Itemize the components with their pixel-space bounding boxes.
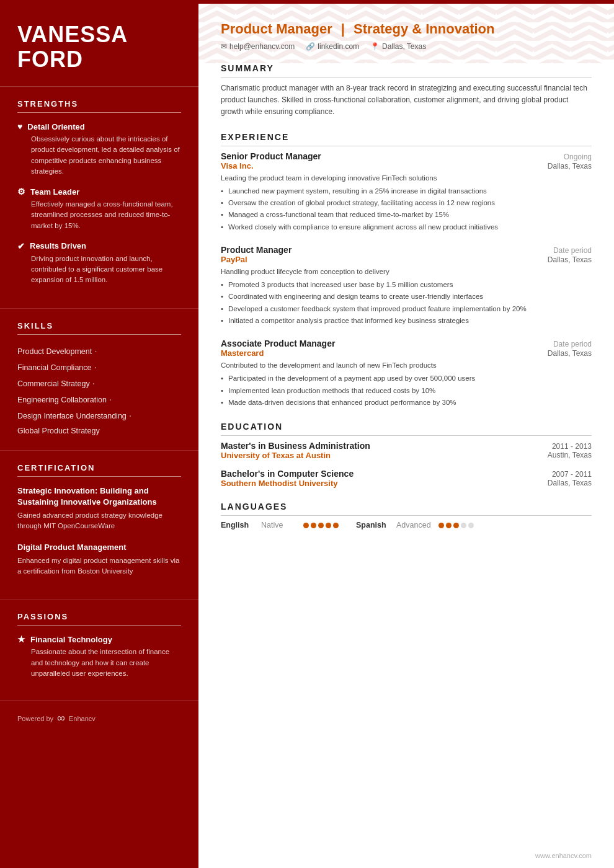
- skill-item: Financial Compliance ·: [17, 360, 181, 376]
- lang-level-english: Native: [261, 521, 297, 529]
- lang-name-english: English: [221, 521, 255, 529]
- summary-text: Charismatic product manager with an 8-ye…: [221, 82, 592, 118]
- exp-company-1: Visa Inc.: [221, 161, 254, 170]
- check-icon: ✔: [17, 241, 25, 251]
- exp-date-2: Date period: [553, 246, 592, 255]
- exp-bullet: Launched new payment system, resulting i…: [221, 186, 592, 197]
- certification-section: CERTIFICATION Strategic Innovation: Buil…: [0, 451, 198, 600]
- skill-dot: ·: [92, 378, 95, 389]
- skill-item: Commercial Strategy ·: [17, 376, 181, 392]
- email-icon: ✉: [221, 42, 227, 51]
- skill-dot: ·: [94, 346, 97, 357]
- sidebar-footer: Powered by ∞ Enhancv: [0, 701, 198, 736]
- team-icon: ⚙: [17, 187, 25, 197]
- passion-title-1: Financial Technology: [30, 635, 112, 644]
- exp-location-3: Dallas, Texas: [548, 349, 592, 358]
- exp-bullet: Oversaw the creation of global product s…: [221, 198, 592, 208]
- exp-title-1: Senior Product Manager: [221, 151, 321, 161]
- exp-bullet: Participated in the development of a pay…: [221, 373, 592, 384]
- dot: [333, 523, 339, 528]
- contact-row: ✉ help@enhancv.com 🔗 linkedin.com 📍 Dall…: [221, 42, 592, 51]
- exp-entry-3: Associate Product Manager Date period Ma…: [221, 339, 592, 408]
- exp-desc-3: Contributed to the development and launc…: [221, 360, 592, 371]
- cert-title-2: Digital Product Management: [17, 542, 181, 553]
- lang-level-spanish: Advanced: [396, 521, 432, 529]
- edu-degree-1: Master's in Business Administration: [221, 441, 370, 451]
- dot: [326, 523, 331, 528]
- strength-desc-2: Effectively managed a cross-functional t…: [17, 199, 181, 231]
- edu-entry-2: Bachelor's in Computer Science 2007 - 20…: [221, 469, 592, 488]
- edu-school-1: University of Texas at Austin: [221, 451, 331, 460]
- strength-title-3: Results Driven: [30, 241, 86, 250]
- exp-entry-2: Product Manager Date period PayPal Dalla…: [221, 245, 592, 326]
- main-footer: www.enhancv.com: [535, 852, 592, 859]
- email-contact: ✉ help@enhancv.com: [221, 42, 295, 51]
- lang-item-english: English Native: [221, 521, 339, 529]
- exp-bullets-2: Promoted 3 products that increased user …: [221, 280, 592, 326]
- powered-by-label: Powered by: [17, 715, 53, 722]
- summary-section-title: SUMMARY: [221, 63, 592, 78]
- languages-section-title: LANGUAGES: [221, 502, 592, 516]
- dot: [453, 523, 459, 528]
- skills-section: SKILLS Product Development · Financial C…: [0, 309, 198, 451]
- exp-date-1: Ongoing: [564, 153, 592, 161]
- exp-bullets-3: Participated in the development of a pay…: [221, 373, 592, 408]
- dot: [318, 523, 324, 528]
- main-title: Product Manager | Strategy & Innovation: [221, 21, 592, 37]
- dot: [446, 523, 452, 528]
- edu-years-2: 2007 - 2011: [552, 470, 592, 479]
- exp-desc-1: Leading the product team in developing i…: [221, 173, 592, 184]
- skill-item: Product Development ·: [17, 343, 181, 360]
- exp-title-2: Product Manager: [221, 245, 291, 255]
- main-body: SUMMARY Charismatic product manager with…: [198, 63, 614, 562]
- main-content-area: Product Manager | Strategy & Innovation …: [198, 0, 614, 868]
- dot: [461, 523, 466, 528]
- education-section-title: EDUCATION: [221, 422, 592, 436]
- footer-website: www.enhancv.com: [535, 852, 592, 859]
- name-line1: VANESSA FORD: [17, 22, 181, 71]
- exp-bullet: Developed a customer feedback system tha…: [221, 304, 592, 314]
- exp-bullet: Coordinated with engineering and design …: [221, 291, 592, 302]
- passions-title: PASSIONS: [17, 612, 181, 626]
- edu-years-1: 2011 - 2013: [552, 442, 592, 451]
- edu-degree-2: Bachelor's in Computer Science: [221, 469, 354, 479]
- exp-company-2: PayPal: [221, 255, 247, 264]
- linkedin-contact: 🔗 linkedin.com: [306, 42, 359, 51]
- exp-bullet: Worked closely with compliance to ensure…: [221, 222, 592, 232]
- passions-section: PASSIONS ★ Financial Technology Passiona…: [0, 600, 198, 701]
- title-separator: |: [341, 21, 345, 37]
- main-header: Product Manager | Strategy & Innovation …: [198, 4, 614, 63]
- cert-title-1: Strategic Innovation: Building and Susta…: [17, 485, 181, 508]
- exp-location-1: Dallas, Texas: [548, 162, 592, 170]
- strength-item-2: ⚙ Team Leader Effectively managed a cros…: [17, 187, 181, 231]
- lang-item-spanish: Spanish Advanced: [356, 521, 474, 529]
- skills-title: SKILLS: [17, 321, 181, 335]
- lang-dots-english: [303, 523, 339, 528]
- exp-bullet: Implemented lean production methods that…: [221, 386, 592, 396]
- skill-dot: ·: [94, 362, 97, 373]
- lang-dots-spanish: [438, 523, 474, 528]
- cert-desc-2: Enhanced my digital product management s…: [17, 556, 181, 577]
- cert-item-2: Digital Product Management Enhanced my d…: [17, 542, 181, 577]
- enhancv-logo-icon: ∞: [57, 712, 65, 725]
- location-icon: 📍: [370, 42, 380, 51]
- cert-desc-1: Gained advanced product strategy knowled…: [17, 510, 181, 532]
- exp-bullets-1: Launched new payment system, resulting i…: [221, 186, 592, 232]
- brand-name: Enhancv: [69, 715, 96, 722]
- title-part1: Product Manager: [221, 21, 332, 37]
- languages-section: LANGUAGES English Native Spanish Advanc: [221, 502, 592, 529]
- strength-desc-1: Obsessively curious about the intricacie…: [17, 134, 181, 177]
- edu-loc-1: Austin, Texas: [548, 451, 592, 460]
- experience-section-title: EXPERIENCE: [221, 132, 592, 146]
- lang-name-spanish: Spanish: [356, 521, 390, 529]
- star-icon: ★: [17, 634, 25, 644]
- email-value: help@enhancv.com: [229, 42, 295, 51]
- cert-item-1: Strategic Innovation: Building and Susta…: [17, 485, 181, 532]
- experience-section: EXPERIENCE Senior Product Manager Ongoin…: [221, 132, 592, 409]
- location-value: Dallas, Texas: [382, 42, 426, 51]
- certification-title: CERTIFICATION: [17, 463, 181, 477]
- education-section: EDUCATION Master's in Business Administr…: [221, 422, 592, 488]
- strength-desc-3: Driving product innovation and launch, c…: [17, 254, 181, 286]
- exp-bullet: Managed a cross-functional team that red…: [221, 210, 592, 220]
- exp-entry-1: Senior Product Manager Ongoing Visa Inc.…: [221, 151, 592, 232]
